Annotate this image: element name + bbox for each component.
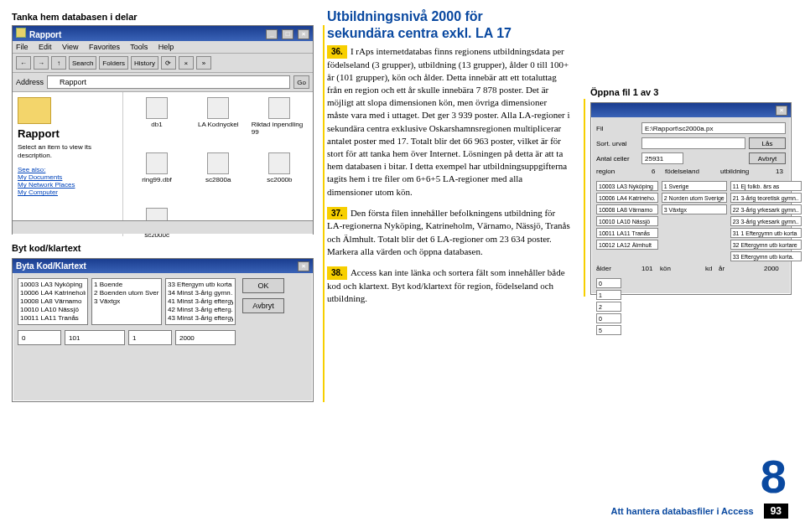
value-box[interactable]: 1 xyxy=(128,330,172,345)
header-ar: år xyxy=(719,265,761,275)
list-item[interactable]: 1 Sverige xyxy=(662,181,727,191)
close-button[interactable]: × xyxy=(298,261,309,271)
link-network[interactable]: My Network Places xyxy=(18,181,117,189)
file-icon[interactable]: LA Kodnyckel xyxy=(190,97,247,147)
list-item[interactable]: 21 3-årig teoretisk gymn.. xyxy=(730,193,802,203)
list-item[interactable]: 10003 LA3 Nyköping xyxy=(20,281,86,289)
list-item[interactable]: 10008 LA8 Värnamo xyxy=(20,297,86,306)
list-item[interactable]: 10012 LA12 Älmhult xyxy=(596,240,658,250)
pane-desc: Select an item to view its description. xyxy=(18,143,117,159)
article-body: 36.I rAps internetdatabas finns regionen… xyxy=(327,45,570,313)
list-item[interactable]: 1 xyxy=(596,290,621,300)
file-icon[interactable]: db1 xyxy=(128,97,184,147)
list-item[interactable]: 41 Minst 3-årig eftergym xyxy=(168,297,233,306)
sort-input[interactable] xyxy=(641,137,745,149)
titlebar: × xyxy=(591,103,791,117)
doc-icon xyxy=(146,152,168,174)
header-count: 101 xyxy=(641,265,657,275)
menu-edit[interactable]: Edit xyxy=(39,43,52,51)
list-item[interactable]: 0 xyxy=(596,278,621,288)
list-item[interactable]: 2 Boenden utom Sverige xyxy=(94,289,159,297)
menubar[interactable]: File Edit View Favorites Tools Help xyxy=(13,41,313,54)
header-region: region xyxy=(596,168,648,178)
menu-favorites[interactable]: Favorites xyxy=(89,43,120,51)
list-item[interactable]: 33 Eftergymn utb korta. xyxy=(730,251,802,261)
menu-help[interactable]: Help xyxy=(158,43,174,51)
list-item[interactable]: 10011 LA11 Tranås xyxy=(20,314,86,323)
doc-icon xyxy=(207,97,229,119)
menu-file[interactable]: File xyxy=(16,43,29,51)
list-item[interactable]: 0 xyxy=(596,313,621,323)
list-item[interactable]: 3 Växtgx xyxy=(662,204,727,214)
menu-view[interactable]: View xyxy=(62,43,78,51)
history-button[interactable]: History xyxy=(131,56,158,70)
close-button[interactable]: × xyxy=(298,29,309,39)
fodelseland-listbox[interactable]: 1 Boende 2 Boenden utom Sverige 3 Växtgx xyxy=(91,278,162,325)
heading: Utbildningsnivå 2000 för sekundära centr… xyxy=(327,8,553,42)
list-item[interactable]: 34 Minst 3-årig gymn… xyxy=(168,289,233,297)
avbryt-button[interactable]: Avbryt xyxy=(749,152,786,164)
doc-icon xyxy=(146,97,168,119)
separator-right xyxy=(584,99,585,297)
page-footer: Att hantera databasfiler i Access 93 xyxy=(0,504,805,519)
list-item[interactable]: 10010 LA10 Nässjö xyxy=(596,216,658,226)
list-item[interactable]: 10010 LA10 Nässjö xyxy=(20,306,86,314)
folder-icon xyxy=(51,78,60,86)
path-input[interactable]: E:\Rapport\sc2000a.px xyxy=(641,122,786,134)
las-button[interactable]: Lås xyxy=(749,137,786,149)
more-button[interactable]: » xyxy=(196,56,211,70)
list-item[interactable]: 10006 LA4 Katrineholm xyxy=(20,289,86,297)
list-item[interactable]: 2 Norden utom Sverige xyxy=(662,193,727,203)
header-count: kd xyxy=(705,265,715,275)
list-item[interactable]: 10003 LA3 Nyköping xyxy=(596,181,658,191)
utbildning-listbox[interactable]: 33 Eftergym utb korta i 34 Minst 3-årig … xyxy=(165,278,236,325)
folder-icon xyxy=(16,28,26,38)
list-item[interactable]: 33 Eftergym utb korta i xyxy=(168,281,233,289)
titlebar: Byta Kod/Klartext × xyxy=(13,259,313,273)
go-button[interactable]: Go xyxy=(293,75,309,89)
list-item[interactable]: 11 Ej folkb. ärs as xyxy=(730,181,802,191)
back-button[interactable]: ← xyxy=(16,56,31,70)
value-box[interactable]: 2000 xyxy=(175,330,236,345)
list-item[interactable]: 5 xyxy=(596,325,621,335)
ok-button[interactable]: OK xyxy=(242,278,284,293)
link-computer[interactable]: My Computer xyxy=(18,189,117,196)
list-item[interactable]: 32 Eftergymn utb kortare xyxy=(730,240,802,250)
list-item[interactable]: 3 Växtgx xyxy=(94,297,159,306)
folders-button[interactable]: Folders xyxy=(99,56,128,70)
file-label: sc2000b xyxy=(267,176,292,183)
delete-button[interactable]: × xyxy=(179,56,194,70)
refresh-button[interactable]: ⟳ xyxy=(161,56,176,70)
value-box[interactable]: 101 xyxy=(65,330,125,345)
minimize-button[interactable]: _ xyxy=(266,29,278,39)
header-kon: kön xyxy=(660,265,702,275)
file-icon[interactable]: Riktad inpendling 99 xyxy=(252,97,308,147)
list-item[interactable]: 22 3-årig yrkesark gymn.. xyxy=(730,204,802,214)
list-item[interactable]: 23 3-årig yrkesark gymn.. xyxy=(730,216,802,226)
list-item[interactable]: 10008 LA8 Värnamo xyxy=(596,204,658,214)
cancel-button[interactable]: Avbryt xyxy=(242,298,284,313)
section-label-openfil: Öppna fil 1 av 3 xyxy=(590,87,658,97)
up-button[interactable]: ↑ xyxy=(51,56,66,70)
close-button[interactable]: × xyxy=(776,106,787,116)
file-icon[interactable]: sc2800a xyxy=(190,152,247,203)
list-item[interactable]: 10011 LA11 Tranås xyxy=(596,228,658,238)
list-item[interactable]: 1 Boende xyxy=(94,281,159,289)
region-listbox[interactable]: 10003 LA3 Nyköping 10006 LA4 Katrineholm… xyxy=(18,278,88,325)
list-item[interactable]: 31 1 Eftergymn utb korta xyxy=(730,228,802,238)
list-item[interactable]: 43 Minst 3-årig eftergym xyxy=(168,314,233,323)
search-button[interactable]: Search xyxy=(69,56,96,70)
list-item[interactable]: 2 xyxy=(596,302,621,312)
list-item[interactable]: 10006 LA4 Katrineho. xyxy=(596,193,658,203)
file-icon[interactable]: sc2000b xyxy=(252,152,308,203)
link-mydocs[interactable]: My Documents xyxy=(18,173,117,181)
address-input[interactable]: Rapport xyxy=(47,75,290,89)
forward-button[interactable]: → xyxy=(34,56,49,70)
list-item[interactable]: 42 Minst 3-årig efterg. xyxy=(168,306,233,314)
maximize-button[interactable]: □ xyxy=(282,29,293,39)
value-box[interactable]: 0 xyxy=(18,330,61,345)
doc-icon xyxy=(268,97,290,119)
address-label: Address xyxy=(16,78,44,86)
file-icon[interactable]: ring99.dbf xyxy=(128,152,184,203)
menu-tools[interactable]: Tools xyxy=(130,43,148,51)
